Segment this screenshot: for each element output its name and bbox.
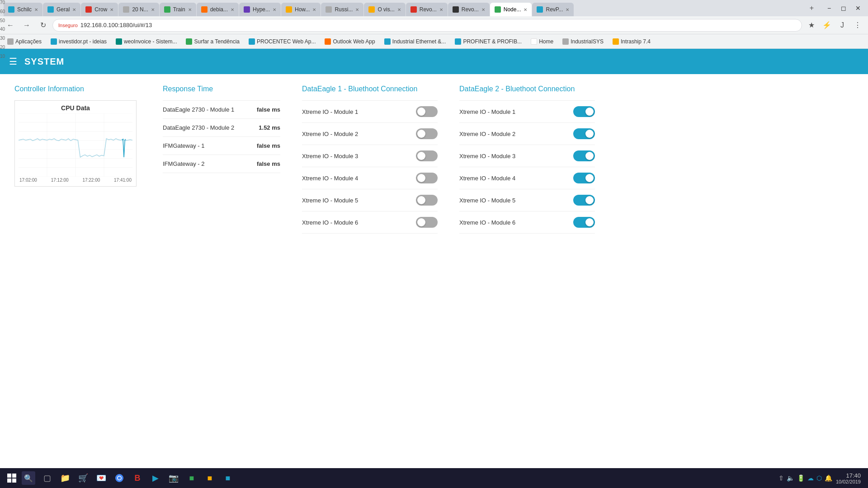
tab-close-10[interactable]: ✕ xyxy=(439,7,443,12)
taskbar: 🔍 ▢ 📁 🛒 💌 B ▶ 📷 ■ ■ ■ ⇧ 🔈 xyxy=(0,468,868,488)
bookmark-6[interactable]: Industrial Ethernet &... xyxy=(381,38,450,46)
taskbar-app-8[interactable]: ■ xyxy=(184,470,200,486)
browser-tab-2[interactable]: Crow ✕ xyxy=(81,3,118,16)
de2-toggle-3[interactable] xyxy=(573,173,595,183)
new-tab-button[interactable]: + xyxy=(806,2,817,14)
close-button[interactable]: ✕ xyxy=(852,2,864,14)
tab-close-3[interactable]: ✕ xyxy=(151,7,155,12)
browser-tab-9[interactable]: O vis... ✕ xyxy=(364,3,405,16)
main-content: Controller Information CPU Data 70 60 50… xyxy=(0,74,868,468)
browser-tab-7[interactable]: How... ✕ xyxy=(281,3,321,16)
tab-close-6[interactable]: ✕ xyxy=(273,7,276,12)
hamburger-icon[interactable]: ☰ xyxy=(9,56,17,67)
taskbar-app-b[interactable]: B xyxy=(129,470,146,486)
response-rows: DataEagle 2730 - Module 1 false ms DataE… xyxy=(163,100,280,173)
bookmark-7[interactable]: PROFINET & PROFIB... xyxy=(451,38,525,46)
browser-tab-5[interactable]: debia... ✕ xyxy=(197,3,239,16)
maximize-button[interactable]: ◻ xyxy=(837,2,850,14)
browser-tab-1[interactable]: Geral ✕ xyxy=(43,3,80,16)
taskbar-file-explorer[interactable]: 📁 xyxy=(57,470,73,486)
tab-close-0[interactable]: ✕ xyxy=(34,7,38,12)
taskbar-photos[interactable]: 📷 xyxy=(165,470,182,486)
tab-close-13[interactable]: ✕ xyxy=(566,7,569,12)
tab-close-8[interactable]: ✕ xyxy=(355,7,359,12)
taskbar-tray: ⇧ 🔈 🔋 ☁ ⬡ 🔔 17:40 10/02/2019 xyxy=(775,472,864,484)
de2-toggle-track-1 xyxy=(573,128,595,139)
bookmark-10[interactable]: Intraship 7.4 xyxy=(609,38,654,46)
network-icon: ⇧ xyxy=(778,474,784,482)
browser-tab-12[interactable]: Node... ✕ xyxy=(490,3,532,16)
bookmark-8[interactable]: Home xyxy=(527,38,557,46)
browser-tab-0[interactable]: Schilc ✕ xyxy=(4,3,42,16)
browser-tab-3[interactable]: 20 N... ✕ xyxy=(118,3,159,16)
browser-tab-13[interactable]: RevP... ✕ xyxy=(532,3,574,16)
taskbar-search-button[interactable]: 🔍 xyxy=(22,471,35,485)
browser-tab-4[interactable]: Train ✕ xyxy=(160,3,196,16)
response-device-1: DataEagle 2730 - Module 2 xyxy=(163,124,234,131)
de2-toggle-5[interactable] xyxy=(573,217,595,228)
tab-favicon-2 xyxy=(85,6,92,13)
de2-toggle-1[interactable] xyxy=(573,128,595,139)
bookmark-9[interactable]: IndustrialSYS xyxy=(559,38,607,46)
bookmark-5[interactable]: Outlook Web App xyxy=(321,38,378,46)
browser-tab-8[interactable]: Russi... ✕ xyxy=(321,3,363,16)
tab-close-7[interactable]: ✕ xyxy=(312,7,316,12)
taskbar-app-6[interactable]: ▶ xyxy=(147,470,164,486)
tab-close-1[interactable]: ✕ xyxy=(72,7,76,12)
de2-toggle-4[interactable] xyxy=(573,195,595,206)
navigation-bar: ← → ↻ Inseguro 192.168.0.100:1880/ui/#/1… xyxy=(0,16,868,34)
taskbar-outlook[interactable]: 💌 xyxy=(93,470,109,486)
response-device-3: IFMGateway - 2 xyxy=(163,160,204,167)
tab-close-11[interactable]: ✕ xyxy=(481,7,485,12)
address-bar[interactable]: Inseguro 192.168.0.100:1880/ui/#/13 xyxy=(52,19,802,32)
bookmark-3[interactable]: Surfar a Tendência xyxy=(182,38,243,46)
taskbar-cortana[interactable]: ▢ xyxy=(39,470,55,486)
forward-button[interactable]: → xyxy=(20,19,33,32)
de1-toggle-4[interactable] xyxy=(416,195,438,206)
de2-toggle-2[interactable] xyxy=(573,150,595,161)
tab-close-5[interactable]: ✕ xyxy=(231,7,234,12)
tab-close-4[interactable]: ✕ xyxy=(188,7,192,12)
bookmark-2[interactable]: weoInvoice - Sistem... xyxy=(112,38,180,46)
response-value-0: false ms xyxy=(257,106,280,113)
extensions-button[interactable]: ⚡ xyxy=(820,19,834,32)
reload-button[interactable]: ↻ xyxy=(36,19,50,32)
svg-point-17 xyxy=(118,477,121,480)
minimize-button[interactable]: − xyxy=(823,2,835,14)
controller-section: Controller Information CPU Data 70 60 50… xyxy=(14,85,141,187)
tab-label-4: Train xyxy=(173,6,185,13)
tab-close-9[interactable]: ✕ xyxy=(397,7,401,12)
de2-toggle-0[interactable] xyxy=(573,106,595,117)
response-value-3: false ms xyxy=(257,160,280,167)
de1-toggle-3[interactable] xyxy=(416,173,438,183)
de1-toggle-5[interactable] xyxy=(416,217,438,228)
tab-label-0: Schilc xyxy=(17,6,32,13)
bookmark-label-5: Outlook Web App xyxy=(333,38,375,45)
svg-rect-14 xyxy=(12,479,16,483)
bookmark-label-7: PROFINET & PROFIB... xyxy=(463,38,522,45)
de1-row-4: Xtreme IO - Module 5 xyxy=(302,189,438,211)
bookmark-0[interactable]: Aplicações xyxy=(4,38,45,46)
profile-button[interactable]: J xyxy=(835,19,849,32)
taskbar-app-10[interactable]: ■ xyxy=(220,470,236,486)
de1-toggle-1[interactable] xyxy=(416,128,438,139)
menu-button[interactable]: ⋮ xyxy=(851,19,864,32)
tab-close-12[interactable]: ✕ xyxy=(524,7,527,12)
de1-row-5: Xtreme IO - Module 6 xyxy=(302,211,438,234)
window-controls: − ◻ ✕ xyxy=(823,2,864,14)
start-button[interactable] xyxy=(4,470,20,486)
taskbar-chrome[interactable] xyxy=(111,470,127,486)
de1-toggle-0[interactable] xyxy=(416,106,438,117)
bookmark-icon-3 xyxy=(186,38,192,45)
taskbar-app-9[interactable]: ■ xyxy=(202,470,218,486)
browser-tab-6[interactable]: Hype... ✕ xyxy=(239,3,281,16)
bookmark-1[interactable]: investidor.pt - ideias xyxy=(47,38,110,46)
bookmark-button[interactable]: ★ xyxy=(805,19,818,32)
tab-close-2[interactable]: ✕ xyxy=(110,7,113,12)
bookmark-4[interactable]: PROCENTEC Web Ap... xyxy=(245,38,319,46)
browser-tab-10[interactable]: Revo... ✕ xyxy=(406,3,448,16)
browser-tab-11[interactable]: Revo... ✕ xyxy=(448,3,490,16)
back-button[interactable]: ← xyxy=(4,19,17,32)
taskbar-store[interactable]: 🛒 xyxy=(75,470,91,486)
de1-toggle-2[interactable] xyxy=(416,150,438,161)
